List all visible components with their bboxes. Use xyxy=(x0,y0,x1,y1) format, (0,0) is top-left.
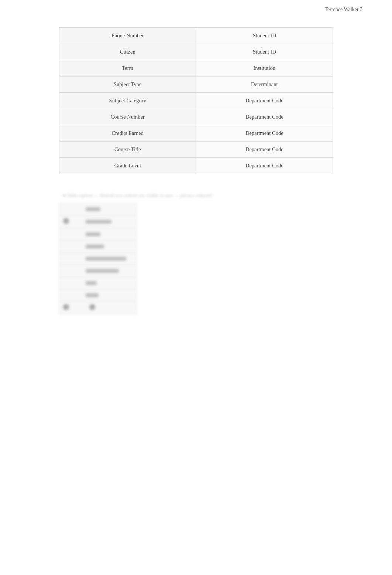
cell-phone-label: Phone Number xyxy=(59,28,196,44)
blurred-row xyxy=(59,253,137,265)
cell-citizen-label: Citizen xyxy=(59,44,196,60)
table-row-course-number: Course Number Department Code xyxy=(59,109,333,125)
cell-institution: Institution xyxy=(196,60,333,76)
page-header: Terrence Walker 3 xyxy=(0,0,392,16)
blurred-row xyxy=(59,302,137,314)
table-row-subject-type: Subject Type Determinant xyxy=(59,76,333,93)
cell-dept-code-3: Department Code xyxy=(196,125,333,142)
cell-subject-category-label: Subject Category xyxy=(59,93,196,109)
cell-term-label: Term xyxy=(59,60,196,76)
cell-dept-code-4: Department Code xyxy=(196,142,333,158)
table-row-phone: Phone Number Student ID xyxy=(59,28,333,44)
table-row-course-title: Course Title Department Code xyxy=(59,142,333,158)
data-table: Phone Number Student ID Citizen Student … xyxy=(59,27,333,174)
cell-credits-earned-label: Credits Earned xyxy=(59,125,196,142)
table-row-subject-category: Subject Category Department Code xyxy=(59,93,333,109)
blurred-caption: ● Table caption — blurred text content n… xyxy=(59,193,333,198)
blurred-row xyxy=(59,265,137,277)
blurred-row xyxy=(59,277,137,289)
table-row-citizen: Citizen Student ID xyxy=(59,44,333,60)
table-row-grade-level: Grade Level Department Code xyxy=(59,158,333,174)
page-title: Terrence Walker 3 xyxy=(324,7,362,12)
cell-dept-code-1: Department Code xyxy=(196,93,333,109)
cell-dept-code-5: Department Code xyxy=(196,158,333,174)
blurred-table xyxy=(59,203,137,314)
table-row-term: Term Institution xyxy=(59,60,333,76)
blurred-row xyxy=(59,289,137,302)
blurred-row xyxy=(59,215,137,228)
table-row-credits-earned: Credits Earned Department Code xyxy=(59,125,333,142)
blurred-table-wrap xyxy=(59,203,137,314)
blurred-row xyxy=(59,228,137,241)
blurred-row xyxy=(59,203,137,215)
cell-student-id-1: Student ID xyxy=(196,28,333,44)
cell-grade-level-label: Grade Level xyxy=(59,158,196,174)
cell-course-title-label: Course Title xyxy=(59,142,196,158)
cell-subject-type-label: Subject Type xyxy=(59,76,196,93)
cell-dept-code-2: Department Code xyxy=(196,109,333,125)
blurred-row xyxy=(59,241,137,253)
blurred-section: ● Table caption — blurred text content n… xyxy=(59,193,333,314)
cell-determinant: Determinant xyxy=(196,76,333,93)
cell-course-number-label: Course Number xyxy=(59,109,196,125)
cell-student-id-2: Student ID xyxy=(196,44,333,60)
